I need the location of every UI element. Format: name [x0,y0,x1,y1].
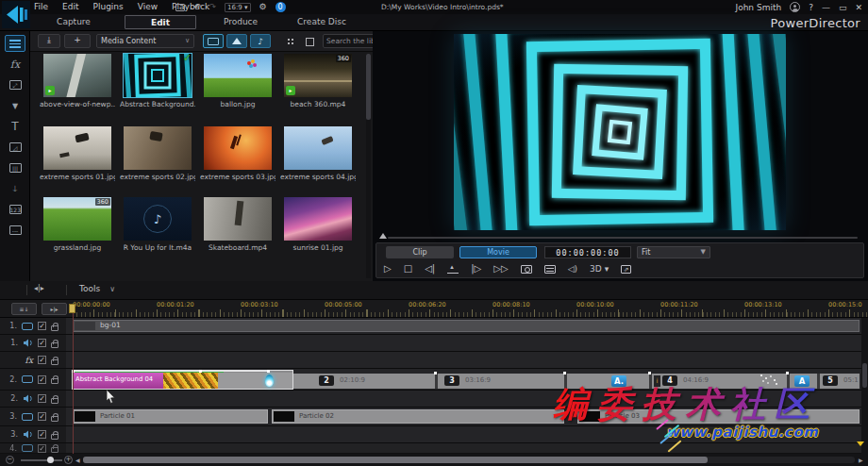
thumbnail[interactable] [43,126,111,170]
next-frame-button[interactable]: |▷ [471,262,481,275]
keyframe-line[interactable] [73,371,269,372]
title-room-button[interactable]: T [5,118,25,135]
track-enable-checkbox[interactable]: ✓ [38,339,46,347]
pip-objects-room-button[interactable]: ⤢ [5,76,25,93]
library-item[interactable]: extreme sports 02.jpg [120,126,195,181]
library-item[interactable]: extreme sports 03.jpg [200,126,275,181]
tab-produce[interactable]: Produce [209,15,272,29]
user-name[interactable]: John Smith [736,3,782,12]
library-item[interactable]: ballon.jpg [200,54,275,108]
thumbnail[interactable]: 360 ▸ [284,54,352,97]
keyframe-dot[interactable] [563,372,566,374]
filter-photo-button[interactable] [226,34,247,48]
thumbnail[interactable] [204,126,272,170]
track-content[interactable] [66,335,861,351]
track-enable-checkbox[interactable]: ✓ [38,444,46,453]
media-room-button[interactable] [5,35,25,52]
seek-slider-track[interactable] [388,237,858,239]
timeline-clip-particle-02[interactable]: Particle 02 [272,409,564,424]
track-enable-checkbox[interactable]: ✓ [38,430,46,439]
settings-gear-icon[interactable]: ⚙ [259,1,267,13]
redo-icon[interactable]: ↷ [209,1,217,13]
scroll-right-arrow[interactable]: ▶ [859,457,863,463]
particle-room-button[interactable]: ▼ [5,97,25,114]
track-content[interactable] [66,443,861,453]
zoom-slider-handle[interactable] [47,457,54,463]
lock-icon[interactable] [51,398,58,404]
filter-video-button[interactable] [203,34,224,48]
lock-icon[interactable] [51,434,58,440]
tab-capture[interactable]: Capture [45,15,102,29]
thumbnail[interactable]: ✓ [124,54,192,97]
volume-button[interactable]: ◁) [568,262,577,275]
preview-video[interactable] [454,34,786,230]
timeline-ruler[interactable]: ≡↓ ▸|▸ 00:00:00:00 00:00:01:20 00:00:03:… [0,300,868,318]
plugins-store-button[interactable]: + [64,34,91,48]
scroll-left-arrow[interactable]: ◀ [75,457,80,463]
library-category-dropdown[interactable]: Media Content∨ [96,34,194,48]
library-item[interactable]: Skateboard.mp4 [200,197,275,252]
user-avatar-icon[interactable] [790,2,800,12]
thumbnail[interactable] [204,197,272,241]
track-content[interactable] [66,352,861,368]
movie-mode-button[interactable]: Movie [459,246,537,258]
library-item[interactable]: extreme sports 04.jpg [280,126,356,181]
shuttle-control[interactable] [447,264,459,274]
preview-quality-button[interactable] [544,265,556,274]
track-content[interactable]: bg-01 [66,318,861,334]
library-item[interactable]: 360 grassland.jpg [40,197,115,252]
library-item[interactable]: ✓ Abstract Background... [120,54,195,108]
menu-edit[interactable]: Edit [62,2,78,11]
timeline-zoom-slider[interactable] [21,459,62,461]
detail-view-icon[interactable] [306,38,314,46]
library-scrollbar-thumb[interactable] [366,54,371,120]
timeline-option-button-1[interactable]: ≡↓ [11,303,37,315]
undock-preview-button[interactable]: ⇗ [621,265,631,274]
keyframe-dot[interactable] [267,370,270,373]
aspect-ratio-dropdown[interactable]: 16:9 ▾ [225,3,250,12]
thumbnail[interactable] [204,54,272,97]
library-item[interactable]: 360 ▸ beach 360.mp4 [280,54,356,108]
previous-frame-button[interactable]: ◁| [425,262,435,275]
restore-button[interactable]: ▭ [839,3,847,12]
notification-badge[interactable]: 0 [275,2,286,12]
menu-file[interactable]: File [34,2,48,11]
tools-dropdown[interactable]: Tools∨ [79,284,115,293]
stop-button[interactable]: □ [404,262,412,275]
3d-mode-button[interactable]: 3D ▾ [590,262,609,275]
undo-icon[interactable]: ↶ [193,1,201,13]
minimize-button[interactable]: — [822,3,830,12]
subtitle-room-button[interactable]: --- [5,222,25,239]
select-mode-icon[interactable] [175,4,185,11]
fast-forward-button[interactable]: ▷▷ [493,262,508,275]
library-item[interactable]: sunrise 01.jpg [280,197,356,252]
lock-icon[interactable] [51,378,58,384]
snapshot-button[interactable] [521,265,532,274]
tab-create-disc[interactable]: Create Disc [289,15,355,29]
lock-icon[interactable] [51,359,58,365]
scrollbar-thumb[interactable] [83,457,708,463]
grid-view-icon[interactable] [287,38,295,46]
track-enable-checkbox[interactable]: ✓ [38,322,46,330]
library-item[interactable]: extreme sports 01.jpg [40,126,115,181]
timeline-clip-bg01[interactable]: bg-01 [73,320,860,332]
timeline-clip-abstract-selected[interactable]: Abstract Background 04 [73,371,292,389]
keyframe-dot[interactable] [434,372,437,374]
track-enable-checkbox[interactable]: ✓ [38,356,46,364]
thumbnail[interactable] [124,126,192,170]
tab-edit[interactable]: Edit [125,15,196,29]
keyframe-dot[interactable] [648,372,651,374]
lock-icon[interactable] [51,447,58,453]
playhead-line[interactable] [73,304,74,454]
library-scrollbar[interactable] [366,54,371,278]
thumbnail[interactable]: ♪ [124,197,192,241]
library-item[interactable]: ♪ R You Up for It.m4a [120,197,195,252]
effect-room-button[interactable]: fx [5,56,25,73]
library-item[interactable]: ▸ above-view-of-newp... [40,54,115,108]
thumbnail[interactable] [284,126,352,170]
menu-view[interactable]: View [138,2,158,11]
track-enable-checkbox[interactable]: ✓ [38,394,46,403]
track-enable-checkbox[interactable]: ✓ [38,375,46,384]
lock-icon[interactable] [51,342,58,348]
timeline-option-button-2[interactable]: ▸|▸ [42,303,67,315]
